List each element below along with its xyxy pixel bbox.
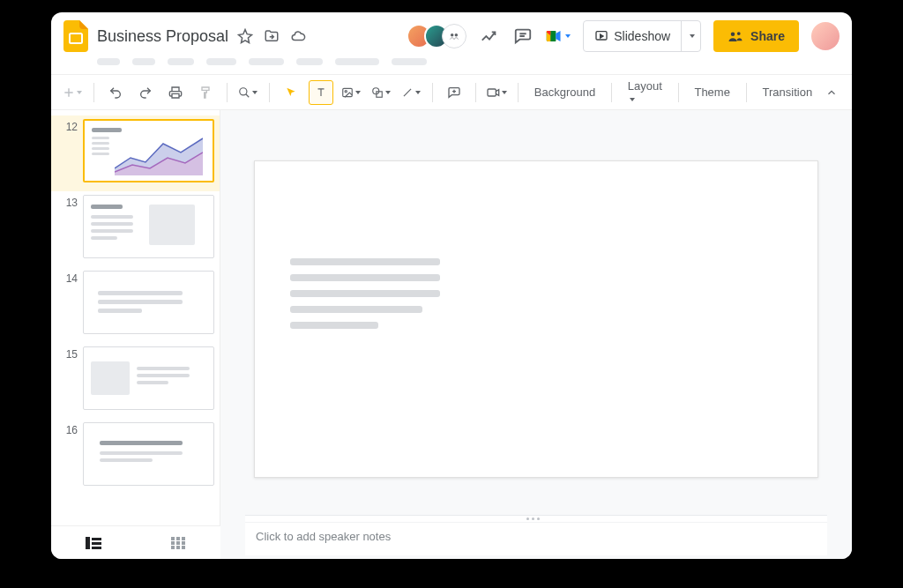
collapse-toolbar-button[interactable] — [825, 82, 838, 103]
slideshow-button-group: Slideshow — [583, 20, 701, 52]
layout-button[interactable]: Layout — [621, 79, 669, 106]
redo-button[interactable] — [133, 80, 158, 105]
paint-format-button[interactable] — [193, 80, 218, 105]
svg-point-9 — [240, 87, 247, 94]
svg-rect-17 — [92, 538, 101, 540]
slide-thumbnail[interactable]: 14 — [51, 267, 220, 343]
menu-item[interactable] — [168, 58, 194, 65]
speaker-notes[interactable]: Click to add speaker notes — [245, 522, 827, 555]
toolbar: Background Layout Theme Transition — [51, 75, 852, 110]
slide-thumbnail[interactable]: 12 — [51, 115, 220, 191]
doc-title[interactable]: Business Proposal — [97, 27, 228, 46]
svg-point-11 — [345, 90, 347, 92]
svg-rect-26 — [171, 546, 175, 549]
thumb-preview[interactable] — [83, 119, 214, 182]
svg-rect-16 — [86, 537, 90, 549]
folder-move-icon[interactable] — [262, 26, 281, 46]
slide-number: 13 — [58, 195, 78, 209]
video-tool[interactable] — [484, 80, 509, 105]
svg-rect-19 — [92, 547, 101, 549]
slide-thumbnail[interactable]: 16 — [51, 419, 220, 495]
collaborator-avatars[interactable] — [407, 24, 466, 48]
menu-item[interactable] — [296, 58, 323, 65]
svg-rect-23 — [171, 541, 175, 545]
svg-rect-25 — [182, 541, 185, 545]
svg-rect-18 — [92, 542, 101, 545]
svg-rect-22 — [182, 537, 185, 540]
notes-divider[interactable] — [245, 515, 827, 522]
select-tool[interactable] — [279, 80, 303, 105]
menu-item[interactable] — [97, 58, 120, 65]
svg-rect-24 — [176, 541, 180, 545]
slideshow-label: Slideshow — [614, 29, 670, 43]
svg-point-7 — [731, 33, 735, 37]
header-right: Slideshow Share — [407, 20, 840, 52]
svg-point-1 — [451, 33, 454, 37]
anonymous-avatar[interactable] — [442, 24, 466, 48]
svg-rect-28 — [182, 546, 185, 549]
menu-bar[interactable] — [51, 51, 852, 75]
title-stack: Business Proposal — [97, 26, 308, 46]
filmstrip[interactable]: 12 13 — [51, 110, 220, 559]
image-tool[interactable] — [339, 80, 363, 105]
slideshow-button[interactable]: Slideshow — [584, 21, 681, 51]
slide-thumbnail[interactable]: 13 — [51, 191, 220, 267]
svg-rect-27 — [176, 546, 180, 549]
thumb-preview[interactable] — [83, 346, 214, 410]
slide-number: 12 — [58, 119, 78, 133]
svg-point-8 — [737, 32, 741, 35]
thumb-preview[interactable] — [83, 271, 214, 334]
canvas-area: Click to add speaker notes — [220, 110, 852, 559]
comment-icon[interactable] — [512, 26, 534, 47]
svg-rect-20 — [171, 537, 175, 540]
cloud-status-icon[interactable] — [288, 26, 308, 46]
svg-point-2 — [455, 33, 459, 37]
share-label: Share — [750, 29, 785, 43]
star-icon[interactable] — [235, 26, 255, 46]
account-avatar[interactable] — [811, 22, 840, 50]
new-slide-button[interactable] — [60, 80, 85, 105]
meet-icon[interactable] — [546, 26, 571, 47]
line-tool[interactable] — [399, 80, 423, 105]
slide-number: 14 — [58, 271, 78, 285]
explore-icon[interactable] — [479, 26, 500, 47]
header: Business Proposal — [51, 12, 852, 51]
thumb-preview[interactable] — [83, 195, 214, 258]
menu-item[interactable] — [335, 58, 379, 65]
textbox-tool[interactable] — [309, 80, 333, 105]
add-comment-button[interactable] — [442, 80, 466, 105]
menu-item[interactable] — [132, 58, 155, 65]
undo-button[interactable] — [103, 80, 128, 105]
svg-rect-13 — [377, 91, 382, 96]
menu-item[interactable] — [206, 58, 236, 65]
slide-canvas[interactable] — [254, 160, 818, 478]
background-button[interactable]: Background — [527, 86, 602, 99]
print-button[interactable] — [163, 80, 188, 105]
grid-view-button[interactable] — [136, 537, 220, 549]
share-button[interactable]: Share — [713, 20, 799, 52]
svg-rect-10 — [343, 88, 353, 96]
filmstrip-view-button[interactable] — [51, 537, 136, 549]
shape-tool[interactable] — [369, 80, 393, 105]
slideshow-dropdown[interactable] — [681, 21, 700, 51]
svg-rect-15 — [488, 89, 496, 96]
view-switcher — [51, 525, 220, 559]
menu-item[interactable] — [249, 58, 284, 65]
svg-rect-21 — [176, 537, 180, 540]
theme-button[interactable]: Theme — [687, 86, 736, 99]
slides-logo[interactable] — [62, 19, 90, 54]
zoom-button[interactable] — [235, 80, 260, 105]
svg-line-14 — [404, 88, 411, 95]
thumb-preview[interactable] — [83, 422, 214, 486]
app-window: Business Proposal — [51, 12, 852, 559]
layout-label: Layout — [628, 79, 662, 93]
slide-number: 15 — [58, 346, 78, 361]
transition-button[interactable]: Transition — [756, 86, 820, 99]
menu-item[interactable] — [392, 58, 427, 65]
workspace: 12 13 — [51, 110, 852, 559]
slide-number: 16 — [58, 422, 78, 436]
slide-thumbnail[interactable]: 15 — [51, 343, 220, 419]
